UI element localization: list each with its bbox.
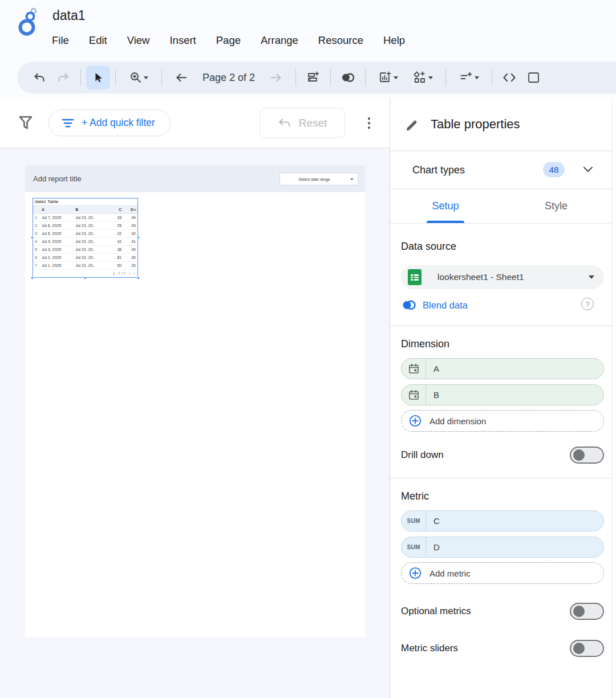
table-row: 4Jul 4, 2025Jul 22, 20..4241 [33,238,137,246]
dimension-chip-b[interactable]: B [401,384,604,405]
blend-data-button[interactable] [336,66,360,90]
column-header-a[interactable]: A [40,208,74,212]
optional-metrics-toggle[interactable] [570,603,604,620]
menu-resource[interactable]: Resource [318,33,364,48]
resize-handle-bottom[interactable] [84,277,87,279]
column-header-c[interactable]: C [106,208,124,212]
table-chart-title[interactable]: data1 Table [33,198,137,206]
column-header-b[interactable]: B [74,208,106,212]
column-header-d[interactable]: D▾ [124,208,137,212]
toolbar-divider [330,69,331,86]
metric-field-name: C [433,516,440,526]
more-options-button[interactable] [363,115,375,131]
data-source-name: lookersheet1 - Sheet1 [437,272,524,282]
table-chart[interactable]: data1 Table A B C D▾ 1Jul 7, 2025Jul 23,… [33,198,138,278]
dimension-field-name: A [433,364,439,374]
community-visualizations-icon [413,71,427,84]
blend-data-link[interactable]: Blend data [423,300,468,311]
panel-tabs: Setup Style [390,189,611,224]
pagination-next-icon[interactable]: › [133,271,135,276]
menu-arrange[interactable]: Arrange [260,33,299,48]
metric-chip-c[interactable]: SUM C [401,510,604,531]
cell-b: Jul 23, 20.. [74,216,106,220]
reset-button[interactable]: Reset [260,108,345,138]
tab-style[interactable]: Style [501,189,611,223]
redo-icon [57,71,70,84]
embed-code-button[interactable] [497,66,521,90]
menu-file[interactable]: File [51,33,70,48]
report-canvas[interactable]: Add report title Select date range data1… [0,148,390,698]
pagination-range: 1 - 7 / 7 [113,271,125,275]
metric-sliders-toggle[interactable] [570,640,604,657]
resize-handle-bottom-left[interactable] [31,277,34,279]
google-sheets-icon [407,269,422,286]
zoom-control[interactable] [121,66,156,90]
filter-funnel-icon [18,115,33,132]
dimension-heading: Dimension [401,338,603,350]
cell-b: Jul 23, 20.. [74,224,106,228]
add-report-title-placeholder[interactable]: Add report title [33,174,82,183]
calendar-icon [408,389,419,400]
cell-d: 43 [124,224,137,228]
add-control-icon [459,71,473,84]
metric-chip-d[interactable]: SUM D [401,537,604,558]
data-source-selector[interactable]: lookersheet1 - Sheet1 [401,265,604,289]
cell-d: 42 [124,232,137,236]
add-metric-button[interactable]: Add metric [401,562,604,584]
cell-a: Jul 2, 2025 [40,255,74,259]
resize-handle-right[interactable] [137,236,140,239]
active-tab-underline [427,221,464,223]
blend-icon [341,71,355,84]
date-range-label: Select date range [280,177,348,181]
plus-circle-icon [408,566,422,580]
add-dimension-label: Add dimension [429,416,486,426]
optional-metrics-row: Optional metrics [401,603,604,620]
next-page-button[interactable] [264,66,288,90]
add-quick-filter-button[interactable]: + Add quick filter [48,109,171,136]
page-title-bar: Add report title Select date range [25,165,365,192]
add-dimension-button[interactable]: Add dimension [401,410,604,432]
menu-edit[interactable]: Edit [88,33,108,48]
drill-down-toggle[interactable] [570,447,604,464]
row-number: 1 [33,216,40,220]
toolbar-divider [80,69,81,86]
add-chart-button[interactable] [371,66,405,90]
pagination-prev-icon[interactable]: ‹ [129,271,131,276]
tab-setup[interactable]: Setup [390,189,501,223]
resize-handle-bottom-right[interactable] [137,277,140,279]
cell-a: Jul 7, 2025 [40,216,74,220]
add-data-button[interactable] [301,66,325,90]
cell-c: 36 [106,247,124,251]
date-range-control[interactable]: Select date range [279,173,358,185]
community-visualizations-button[interactable] [405,66,440,90]
zoom-icon [129,71,142,84]
aggregation-label: SUM [407,544,420,550]
panel-scrollbar[interactable] [611,98,616,698]
add-control-button[interactable] [451,66,487,90]
menu-insert[interactable]: Insert [169,33,196,48]
tab-setup-label: Setup [432,200,459,212]
previous-page-button[interactable] [169,66,193,90]
page-indicator[interactable]: Page 2 of 2 [202,72,255,84]
menu-view[interactable]: View [127,33,151,48]
report-title[interactable]: data1 [52,8,86,23]
image-button[interactable] [521,66,545,90]
panel-title: Table properties [431,117,520,132]
chart-types-expander[interactable]: Chart types 48 [390,151,611,189]
report-page[interactable]: Add report title Select date range data1… [25,165,365,637]
help-icon[interactable]: ? [581,298,594,310]
cell-c: 25 [106,224,124,228]
cell-a: Jul 5, 2025 [40,232,74,236]
redo-button[interactable] [51,66,75,90]
menu-help[interactable]: Help [383,33,406,48]
resize-handle-left[interactable] [31,236,34,239]
looker-studio-logo-icon[interactable] [15,7,42,36]
dimension-chip-a[interactable]: A [401,358,604,379]
row-number: 3 [33,232,40,236]
metric-field-name: D [433,542,440,552]
undo-button[interactable] [27,66,51,90]
menu-page[interactable]: Page [216,33,241,48]
toolbar-divider [365,69,366,86]
app-header: data1 File Edit View Insert Page Arrange… [0,0,616,57]
select-mode-button[interactable] [86,66,110,90]
